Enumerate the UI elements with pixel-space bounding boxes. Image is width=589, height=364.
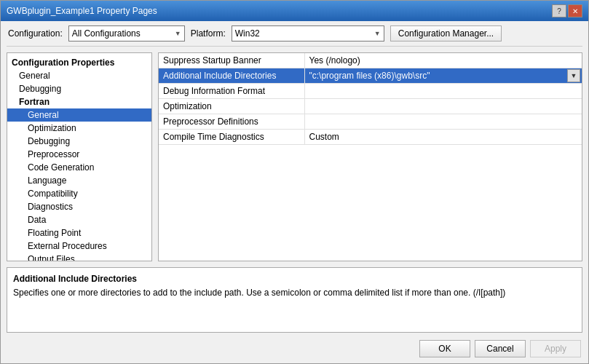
tree-item[interactable]: External Procedures — [7, 240, 151, 253]
close-button[interactable]: ✕ — [568, 4, 582, 17]
tree-item[interactable]: Configuration Properties — [7, 56, 151, 69]
tree-item[interactable]: Optimization — [7, 122, 151, 135]
properties-panel: Suppress Startup BannerYes (/nologo)Addi… — [158, 52, 582, 261]
prop-name: Compile Time Diagnostics — [159, 130, 304, 145]
title-bar-buttons: ? ✕ — [552, 4, 582, 17]
tree-item[interactable]: Debugging — [7, 135, 151, 148]
config-mgr-button[interactable]: Configuration Manager... — [390, 25, 502, 41]
button-row: OK Cancel Apply — [1, 336, 588, 363]
config-dropdown-value: All Configurations — [72, 28, 141, 39]
platform-dropdown[interactable]: Win32 ▼ — [232, 25, 384, 41]
table-row[interactable]: Additional Include Directories"c:\progra… — [159, 68, 582, 84]
prop-value — [304, 99, 582, 114]
prop-name: Additional Include Directories — [159, 68, 304, 84]
description-panel: Additional Include Directories Specifies… — [7, 267, 582, 333]
prop-dropdown-arrow[interactable]: ▼ — [567, 69, 580, 82]
prop-value: Yes (/nologo) — [304, 53, 582, 68]
dialog-title: GWBplugin_Example1 Property Pages — [7, 6, 157, 16]
tree-item[interactable]: Language — [7, 174, 151, 187]
config-row: Configuration: All Configurations ▼ Plat… — [1, 21, 588, 46]
tree-item[interactable]: Fortran — [7, 95, 151, 108]
table-row[interactable]: Compile Time DiagnosticsCustom — [159, 130, 582, 145]
tree-item[interactable]: Diagnostics — [7, 200, 151, 213]
config-dropdown-arrow: ▼ — [175, 30, 181, 37]
prop-name: Preprocessor Definitions — [159, 114, 304, 130]
description-text: Specifies one or more directories to add… — [13, 287, 576, 299]
description-title: Additional Include Directories — [13, 274, 576, 284]
table-row[interactable]: Suppress Startup BannerYes (/nologo) — [159, 53, 582, 68]
tree-item[interactable]: Floating Point — [7, 226, 151, 240]
dialog: GWBplugin_Example1 Property Pages ? ✕ Co… — [0, 0, 589, 364]
tree-item[interactable]: Code Generation — [7, 161, 151, 174]
tree-item[interactable]: Preprocessor — [7, 148, 151, 161]
table-row[interactable]: Optimization — [159, 99, 582, 114]
tree-item[interactable]: General — [7, 69, 151, 82]
table-row[interactable]: Preprocessor Definitions — [159, 114, 582, 130]
prop-value — [304, 84, 582, 99]
tree-panel: Configuration PropertiesGeneralDebugging… — [7, 52, 152, 261]
tree-item[interactable]: Debugging — [7, 82, 151, 95]
prop-name: Optimization — [159, 99, 304, 114]
apply-button[interactable]: Apply — [530, 340, 581, 357]
tree-item[interactable]: Compatibility — [7, 187, 151, 200]
platform-dropdown-value: Win32 — [235, 28, 260, 39]
tree-item[interactable]: Data — [7, 213, 151, 226]
prop-value — [304, 114, 582, 130]
ok-button[interactable]: OK — [419, 340, 470, 357]
config-dropdown[interactable]: All Configurations ▼ — [68, 25, 185, 41]
main-content: Configuration PropertiesGeneralDebugging… — [1, 47, 588, 267]
config-label: Configuration: — [8, 28, 63, 39]
help-button[interactable]: ? — [552, 4, 566, 17]
cancel-button[interactable]: Cancel — [475, 340, 526, 357]
platform-label: Platform: — [191, 28, 226, 39]
table-row[interactable]: Debug Information Format — [159, 84, 582, 99]
tree-item[interactable]: General — [7, 108, 151, 122]
platform-dropdown-arrow: ▼ — [374, 30, 381, 37]
properties-table: Suppress Startup BannerYes (/nologo)Addi… — [159, 53, 582, 145]
prop-name: Debug Information Format — [159, 84, 304, 99]
tree-item[interactable]: Output Files — [7, 253, 151, 261]
prop-name: Suppress Startup Banner — [159, 53, 304, 68]
prop-value[interactable]: "c:\program files (x86)\gwb\src"▼ — [304, 68, 582, 84]
title-bar: GWBplugin_Example1 Property Pages ? ✕ — [1, 1, 588, 21]
prop-value: Custom — [304, 130, 582, 145]
